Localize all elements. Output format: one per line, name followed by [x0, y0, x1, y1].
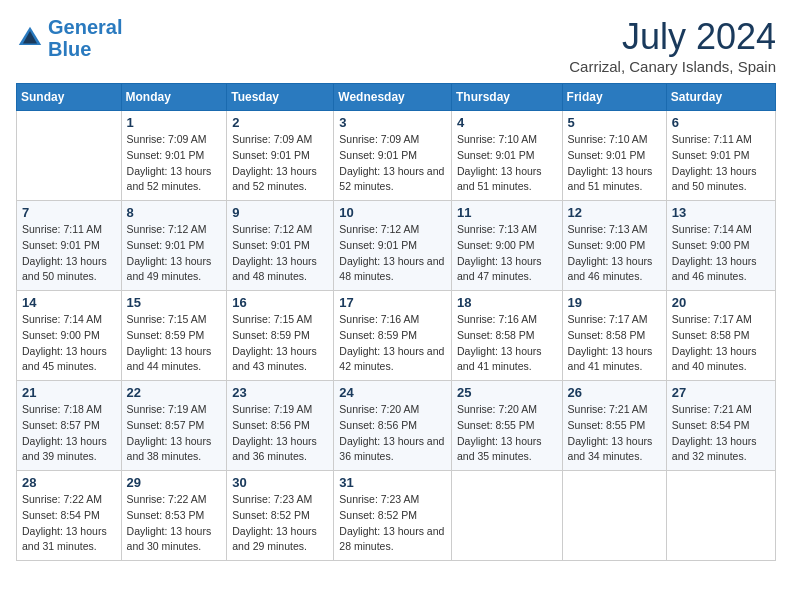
calendar-cell: 17Sunrise: 7:16 AMSunset: 8:59 PMDayligh… [334, 291, 452, 381]
logo-icon [16, 24, 44, 52]
header-day-tuesday: Tuesday [227, 84, 334, 111]
day-info: Sunrise: 7:20 AMSunset: 8:55 PMDaylight:… [457, 402, 557, 465]
day-info: Sunrise: 7:10 AMSunset: 9:01 PMDaylight:… [568, 132, 661, 195]
calendar-cell: 10Sunrise: 7:12 AMSunset: 9:01 PMDayligh… [334, 201, 452, 291]
day-info: Sunrise: 7:14 AMSunset: 9:00 PMDaylight:… [672, 222, 770, 285]
day-info: Sunrise: 7:11 AMSunset: 9:01 PMDaylight:… [672, 132, 770, 195]
calendar-cell: 1Sunrise: 7:09 AMSunset: 9:01 PMDaylight… [121, 111, 227, 201]
header-day-sunday: Sunday [17, 84, 122, 111]
header-row: SundayMondayTuesdayWednesdayThursdayFrid… [17, 84, 776, 111]
day-number: 8 [127, 205, 222, 220]
day-info: Sunrise: 7:14 AMSunset: 9:00 PMDaylight:… [22, 312, 116, 375]
day-number: 16 [232, 295, 328, 310]
calendar-cell: 9Sunrise: 7:12 AMSunset: 9:01 PMDaylight… [227, 201, 334, 291]
calendar-cell [451, 471, 562, 561]
day-info: Sunrise: 7:22 AMSunset: 8:54 PMDaylight:… [22, 492, 116, 555]
calendar-cell [666, 471, 775, 561]
calendar-cell: 20Sunrise: 7:17 AMSunset: 8:58 PMDayligh… [666, 291, 775, 381]
calendar-cell: 26Sunrise: 7:21 AMSunset: 8:55 PMDayligh… [562, 381, 666, 471]
day-info: Sunrise: 7:20 AMSunset: 8:56 PMDaylight:… [339, 402, 446, 465]
day-number: 30 [232, 475, 328, 490]
title-area: July 2024 Carrizal, Canary Islands, Spai… [569, 16, 776, 75]
logo: General Blue [16, 16, 122, 60]
day-number: 1 [127, 115, 222, 130]
logo-text: General Blue [48, 16, 122, 60]
day-number: 11 [457, 205, 557, 220]
header-day-saturday: Saturday [666, 84, 775, 111]
calendar-cell: 5Sunrise: 7:10 AMSunset: 9:01 PMDaylight… [562, 111, 666, 201]
calendar-table: SundayMondayTuesdayWednesdayThursdayFrid… [16, 83, 776, 561]
day-number: 9 [232, 205, 328, 220]
day-info: Sunrise: 7:21 AMSunset: 8:54 PMDaylight:… [672, 402, 770, 465]
calendar-week-1: 1Sunrise: 7:09 AMSunset: 9:01 PMDaylight… [17, 111, 776, 201]
day-number: 23 [232, 385, 328, 400]
day-number: 28 [22, 475, 116, 490]
day-info: Sunrise: 7:23 AMSunset: 8:52 PMDaylight:… [339, 492, 446, 555]
day-number: 5 [568, 115, 661, 130]
calendar-cell: 11Sunrise: 7:13 AMSunset: 9:00 PMDayligh… [451, 201, 562, 291]
day-info: Sunrise: 7:16 AMSunset: 8:58 PMDaylight:… [457, 312, 557, 375]
calendar-cell: 23Sunrise: 7:19 AMSunset: 8:56 PMDayligh… [227, 381, 334, 471]
day-number: 10 [339, 205, 446, 220]
day-number: 22 [127, 385, 222, 400]
day-info: Sunrise: 7:09 AMSunset: 9:01 PMDaylight:… [127, 132, 222, 195]
calendar-cell: 7Sunrise: 7:11 AMSunset: 9:01 PMDaylight… [17, 201, 122, 291]
calendar-cell: 13Sunrise: 7:14 AMSunset: 9:00 PMDayligh… [666, 201, 775, 291]
day-info: Sunrise: 7:19 AMSunset: 8:57 PMDaylight:… [127, 402, 222, 465]
header-day-wednesday: Wednesday [334, 84, 452, 111]
day-info: Sunrise: 7:21 AMSunset: 8:55 PMDaylight:… [568, 402, 661, 465]
calendar-cell: 15Sunrise: 7:15 AMSunset: 8:59 PMDayligh… [121, 291, 227, 381]
month-year-title: July 2024 [569, 16, 776, 58]
day-number: 24 [339, 385, 446, 400]
day-number: 31 [339, 475, 446, 490]
logo-blue: Blue [48, 38, 91, 60]
day-info: Sunrise: 7:16 AMSunset: 8:59 PMDaylight:… [339, 312, 446, 375]
day-number: 7 [22, 205, 116, 220]
day-info: Sunrise: 7:18 AMSunset: 8:57 PMDaylight:… [22, 402, 116, 465]
calendar-body: 1Sunrise: 7:09 AMSunset: 9:01 PMDaylight… [17, 111, 776, 561]
day-number: 25 [457, 385, 557, 400]
calendar-cell [17, 111, 122, 201]
calendar-cell: 24Sunrise: 7:20 AMSunset: 8:56 PMDayligh… [334, 381, 452, 471]
day-info: Sunrise: 7:12 AMSunset: 9:01 PMDaylight:… [339, 222, 446, 285]
calendar-cell: 27Sunrise: 7:21 AMSunset: 8:54 PMDayligh… [666, 381, 775, 471]
day-info: Sunrise: 7:23 AMSunset: 8:52 PMDaylight:… [232, 492, 328, 555]
calendar-cell: 18Sunrise: 7:16 AMSunset: 8:58 PMDayligh… [451, 291, 562, 381]
calendar-cell: 12Sunrise: 7:13 AMSunset: 9:00 PMDayligh… [562, 201, 666, 291]
day-info: Sunrise: 7:17 AMSunset: 8:58 PMDaylight:… [568, 312, 661, 375]
day-number: 27 [672, 385, 770, 400]
calendar-cell: 28Sunrise: 7:22 AMSunset: 8:54 PMDayligh… [17, 471, 122, 561]
calendar-cell: 31Sunrise: 7:23 AMSunset: 8:52 PMDayligh… [334, 471, 452, 561]
day-info: Sunrise: 7:09 AMSunset: 9:01 PMDaylight:… [339, 132, 446, 195]
day-number: 20 [672, 295, 770, 310]
day-number: 15 [127, 295, 222, 310]
day-number: 18 [457, 295, 557, 310]
calendar-cell: 19Sunrise: 7:17 AMSunset: 8:58 PMDayligh… [562, 291, 666, 381]
calendar-cell: 16Sunrise: 7:15 AMSunset: 8:59 PMDayligh… [227, 291, 334, 381]
day-number: 6 [672, 115, 770, 130]
day-info: Sunrise: 7:13 AMSunset: 9:00 PMDaylight:… [568, 222, 661, 285]
calendar-cell: 3Sunrise: 7:09 AMSunset: 9:01 PMDaylight… [334, 111, 452, 201]
day-number: 13 [672, 205, 770, 220]
calendar-cell: 21Sunrise: 7:18 AMSunset: 8:57 PMDayligh… [17, 381, 122, 471]
calendar-cell: 22Sunrise: 7:19 AMSunset: 8:57 PMDayligh… [121, 381, 227, 471]
day-info: Sunrise: 7:12 AMSunset: 9:01 PMDaylight:… [232, 222, 328, 285]
day-number: 12 [568, 205, 661, 220]
day-number: 26 [568, 385, 661, 400]
day-number: 19 [568, 295, 661, 310]
calendar-week-4: 21Sunrise: 7:18 AMSunset: 8:57 PMDayligh… [17, 381, 776, 471]
calendar-cell [562, 471, 666, 561]
day-info: Sunrise: 7:15 AMSunset: 8:59 PMDaylight:… [232, 312, 328, 375]
day-number: 4 [457, 115, 557, 130]
calendar-cell: 8Sunrise: 7:12 AMSunset: 9:01 PMDaylight… [121, 201, 227, 291]
day-info: Sunrise: 7:09 AMSunset: 9:01 PMDaylight:… [232, 132, 328, 195]
day-info: Sunrise: 7:19 AMSunset: 8:56 PMDaylight:… [232, 402, 328, 465]
day-number: 14 [22, 295, 116, 310]
day-number: 3 [339, 115, 446, 130]
day-number: 17 [339, 295, 446, 310]
calendar-cell: 25Sunrise: 7:20 AMSunset: 8:55 PMDayligh… [451, 381, 562, 471]
day-info: Sunrise: 7:10 AMSunset: 9:01 PMDaylight:… [457, 132, 557, 195]
day-number: 29 [127, 475, 222, 490]
logo-general: General [48, 16, 122, 38]
calendar-week-3: 14Sunrise: 7:14 AMSunset: 9:00 PMDayligh… [17, 291, 776, 381]
